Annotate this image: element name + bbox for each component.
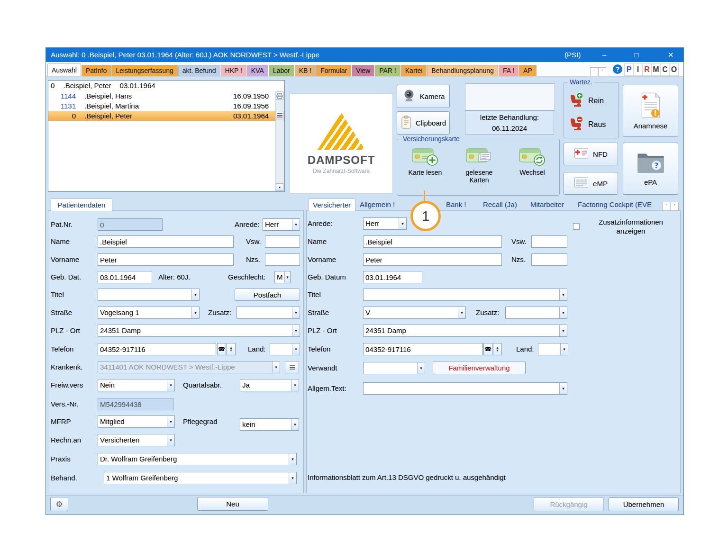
telefon-field-right[interactable] bbox=[363, 343, 482, 355]
dropdown-arrow-icon[interactable]: ▾ bbox=[272, 361, 280, 373]
kamera-button[interactable]: Kamera bbox=[397, 85, 450, 108]
tab-mitarbeiter[interactable]: Mitarbeiter bbox=[530, 199, 572, 210]
name-field-right[interactable] bbox=[363, 235, 502, 248]
telefon-field-left[interactable] bbox=[98, 343, 216, 355]
dropdown-arrow-icon[interactable]: ▾ bbox=[284, 271, 290, 283]
patient-row[interactable]: 1144 .Beispiel, Hans 16.09.1950 bbox=[48, 91, 284, 101]
tab-behandlungsplanung[interactable]: Behandlungsplanung bbox=[427, 65, 498, 76]
mfrp-select[interactable]: Mitglied ▾ bbox=[98, 415, 175, 428]
patient-row-selected[interactable]: 0 .Beispiel, Peter 03.01.1964 bbox=[48, 111, 284, 121]
dropdown-arrow-icon[interactable]: ▾ bbox=[291, 419, 299, 430]
vsw-field-left[interactable] bbox=[265, 235, 300, 248]
toolbar-letter-m[interactable]: M bbox=[651, 63, 661, 76]
panel-tab-scroll-right[interactable]: ' bbox=[671, 202, 679, 211]
rein-button[interactable]: Rein bbox=[568, 90, 616, 111]
wechsel-button[interactable]: Wechsel bbox=[509, 145, 556, 176]
dropdown-arrow-icon[interactable]: ▾ bbox=[191, 289, 199, 300]
vorname-field-right[interactable] bbox=[363, 253, 502, 266]
land-select-right[interactable]: ▾ bbox=[538, 343, 568, 355]
vorname-field-left[interactable] bbox=[98, 253, 234, 266]
plzort-select-right[interactable]: 24351 Damp ▾ bbox=[363, 325, 567, 337]
settings-button[interactable]: ⚙ bbox=[50, 497, 68, 511]
tab-allgemein[interactable]: Allgemein ! bbox=[360, 199, 404, 210]
versnr-field[interactable] bbox=[98, 398, 173, 410]
plzort-select-left[interactable]: 24351 Damp ▾ bbox=[98, 325, 300, 337]
tab-factoring-cockpit[interactable]: Factoring Cockpit (EVE bbox=[578, 199, 660, 210]
quartalsabr-select[interactable]: Ja ▾ bbox=[240, 379, 299, 391]
name-field-left[interactable] bbox=[98, 235, 234, 248]
titel-select-left[interactable]: ▾ bbox=[98, 289, 200, 301]
tab-recall[interactable]: Recall (Ja) bbox=[483, 199, 526, 210]
close-button[interactable]: ✕ bbox=[660, 48, 681, 62]
tab-par[interactable]: PAR ! bbox=[375, 65, 400, 76]
nfd-button[interactable]: NFD bbox=[564, 143, 618, 165]
dropdown-arrow-icon[interactable]: ▾ bbox=[292, 343, 300, 355]
rueckgaengig-button[interactable]: Rückgängig bbox=[534, 497, 604, 511]
strasse-select-right[interactable]: V ▾ bbox=[363, 307, 466, 319]
behandler-select[interactable]: 1 Wolfram Greifenberg ▾ bbox=[104, 472, 297, 484]
toolbar-letter-c[interactable]: C bbox=[660, 63, 670, 76]
dropdown-arrow-icon[interactable]: ▾ bbox=[292, 325, 300, 336]
row-menu-icon[interactable] bbox=[276, 111, 283, 119]
tab-kartei[interactable]: Kartei bbox=[401, 65, 427, 76]
dropdown-arrow-icon[interactable]: ▾ bbox=[167, 379, 174, 391]
scroll-down-icon[interactable]: ▾ bbox=[276, 183, 283, 191]
dropdown-arrow-icon[interactable]: ▾ bbox=[559, 307, 567, 318]
maximize-button[interactable]: □ bbox=[627, 48, 646, 62]
phone-updown-icon[interactable]: ▲▼ bbox=[227, 343, 236, 355]
clipboard-button[interactable]: Clipboard bbox=[397, 111, 450, 135]
toolbar-letter-r[interactable]: R bbox=[642, 63, 652, 76]
zusatz-select-left[interactable]: ▾ bbox=[237, 307, 300, 319]
toolbar-letter-i[interactable]: I bbox=[633, 63, 643, 76]
neu-button[interactable]: Neu bbox=[197, 497, 268, 511]
verwandt-select[interactable]: ▾ bbox=[363, 362, 425, 374]
dropdown-arrow-icon[interactable]: ▾ bbox=[191, 307, 199, 318]
zusatz-select-right[interactable]: ▾ bbox=[505, 307, 567, 319]
pflegegrad-select[interactable]: kein ▾ bbox=[240, 418, 299, 431]
toolbar-letter-p[interactable]: P bbox=[624, 63, 634, 76]
freiwvers-select[interactable]: Nein ▾ bbox=[98, 379, 175, 391]
geschlecht-select[interactable]: M ▾ bbox=[274, 271, 291, 283]
praxis-select[interactable]: Dr. Wolfram Greifenberg ▾ bbox=[98, 453, 297, 465]
dropdown-arrow-icon[interactable]: ▾ bbox=[399, 218, 406, 229]
dropdown-arrow-icon[interactable]: ▾ bbox=[559, 325, 567, 336]
dropdown-arrow-icon[interactable]: ▾ bbox=[289, 472, 296, 484]
krankenkasse-list-icon[interactable] bbox=[285, 361, 299, 373]
tab-overflow-left[interactable]: ' bbox=[590, 67, 598, 76]
print-icon[interactable] bbox=[276, 91, 283, 100]
strasse-select-left[interactable]: Vogelsang 1 ▾ bbox=[98, 307, 200, 319]
dropdown-arrow-icon[interactable]: ▾ bbox=[458, 307, 465, 318]
patient-list-scrollbar[interactable]: ▾ bbox=[275, 91, 284, 191]
tab-fa[interactable]: FA ! bbox=[499, 65, 519, 76]
dropdown-arrow-icon[interactable]: ▾ bbox=[559, 383, 567, 394]
krankenkasse-select[interactable]: 3411401 AOK NORDWEST > Westf.-Lippe ▾ bbox=[98, 361, 280, 373]
tab-overflow-right[interactable]: ' bbox=[598, 67, 606, 76]
dropdown-arrow-icon[interactable]: ▾ bbox=[289, 453, 296, 465]
familienverwaltung-button[interactable]: Familienverwaltung bbox=[433, 361, 526, 374]
tab-kb[interactable]: KB ! bbox=[295, 65, 316, 76]
dropdown-arrow-icon[interactable]: ▾ bbox=[292, 307, 300, 318]
tab-formular[interactable]: Formular bbox=[316, 65, 351, 76]
tab-labor[interactable]: Labor bbox=[269, 65, 294, 76]
uebernehmen-button[interactable]: Übernehmen bbox=[609, 497, 679, 511]
toolbar-letter-o[interactable]: O bbox=[669, 63, 679, 76]
dropdown-arrow-icon[interactable]: ▾ bbox=[292, 219, 300, 230]
nzs-field-left[interactable] bbox=[265, 253, 300, 266]
tab-view[interactable]: View bbox=[352, 65, 374, 76]
tab-hkp[interactable]: HKP ! bbox=[221, 65, 246, 76]
tab-patinfo[interactable]: PatInfo bbox=[82, 65, 111, 76]
tab-akt-befund[interactable]: akt. Befund bbox=[178, 65, 220, 76]
land-select-left[interactable]: ▾ bbox=[270, 343, 300, 355]
phone-dial-icon[interactable]: ☎ bbox=[483, 343, 492, 355]
dropdown-arrow-icon[interactable]: ▾ bbox=[560, 343, 568, 355]
help-icon[interactable]: ? bbox=[613, 64, 622, 74]
tab-auswahl[interactable]: Auswahl bbox=[47, 63, 81, 76]
tab-ap[interactable]: AP bbox=[519, 65, 537, 76]
anrede-select-right[interactable]: Herr ▾ bbox=[363, 217, 407, 230]
allgemtext-select[interactable]: ▾ bbox=[363, 382, 567, 395]
dropdown-arrow-icon[interactable]: ▾ bbox=[291, 379, 299, 391]
phone-dial-icon[interactable]: ☎ bbox=[217, 343, 226, 355]
emp-button[interactable]: eMP bbox=[564, 172, 618, 195]
dropdown-arrow-icon[interactable]: ▾ bbox=[167, 416, 174, 427]
postfach-button[interactable]: Postfach bbox=[235, 289, 300, 301]
